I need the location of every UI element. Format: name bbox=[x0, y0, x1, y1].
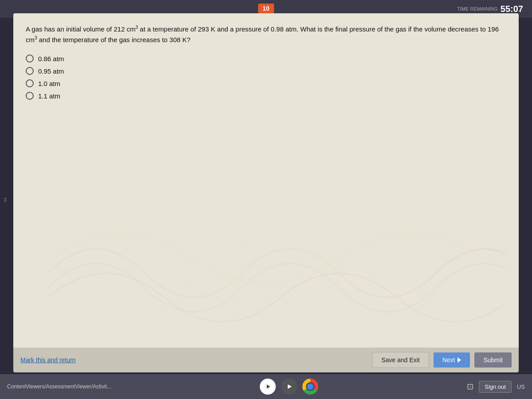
next-arrow-icon bbox=[458, 357, 461, 363]
option-2[interactable]: 0.95 atm bbox=[26, 67, 506, 75]
radio-option-1[interactable] bbox=[26, 55, 34, 63]
play-icon[interactable] bbox=[281, 379, 297, 395]
option-4[interactable]: 1.1 atm bbox=[26, 92, 506, 100]
submit-button[interactable]: Submit bbox=[474, 352, 512, 368]
mark-return-link[interactable]: Mark this and return bbox=[20, 356, 76, 364]
radio-option-2[interactable] bbox=[26, 67, 34, 75]
radio-option-4[interactable] bbox=[26, 92, 34, 100]
timer-label: TIME REMAINING bbox=[457, 6, 498, 12]
taskbar-center bbox=[260, 379, 318, 395]
next-button[interactable]: Next bbox=[434, 352, 470, 368]
svg-marker-4 bbox=[288, 384, 292, 389]
question-text: A gas has an initial volume of 212 cm3 a… bbox=[26, 24, 506, 45]
taskbar-left: ContentViewers/AssessmentViewer/Activit.… bbox=[7, 383, 111, 390]
taskbar-url: ContentViewers/AssessmentViewer/Activit.… bbox=[7, 383, 111, 390]
option-label-2: 0.95 atm bbox=[38, 67, 64, 75]
content-card: A gas has an initial volume of 212 cm3 a… bbox=[13, 13, 519, 355]
locale-label: US bbox=[517, 383, 525, 390]
wave-decoration bbox=[26, 200, 506, 346]
taskbar: ContentViewers/AssessmentViewer/Activit.… bbox=[0, 374, 532, 399]
option-label-3: 1.0 atm bbox=[38, 80, 60, 87]
action-bar: Mark this and return Save and Exit Next … bbox=[13, 348, 519, 372]
next-label: Next bbox=[442, 356, 455, 364]
sign-out-button[interactable]: Sign out bbox=[479, 381, 512, 393]
save-exit-button[interactable]: Save and Exit bbox=[372, 352, 429, 368]
action-buttons: Save and Exit Next Submit bbox=[372, 352, 512, 368]
taskbar-right: ⊡ Sign out US bbox=[467, 381, 525, 393]
option-3[interactable]: 1.0 atm bbox=[26, 79, 506, 87]
chrome-icon[interactable] bbox=[302, 379, 318, 395]
answer-options: 0.86 atm 0.95 atm 1.0 atm 1.1 atm bbox=[26, 55, 506, 200]
media-player-icon[interactable] bbox=[260, 379, 276, 395]
timer-value: 55:07 bbox=[501, 4, 523, 14]
question-number-badge: 10 bbox=[258, 4, 274, 13]
option-label-4: 1.1 atm bbox=[38, 92, 60, 100]
option-label-1: 0.86 atm bbox=[38, 55, 64, 63]
monitor-icon[interactable]: ⊡ bbox=[467, 382, 473, 391]
radio-option-3[interactable] bbox=[26, 79, 34, 87]
svg-point-1 bbox=[300, 244, 378, 283]
option-1[interactable]: 0.86 atm bbox=[26, 55, 506, 63]
left-indicator: 3 bbox=[4, 196, 7, 203]
